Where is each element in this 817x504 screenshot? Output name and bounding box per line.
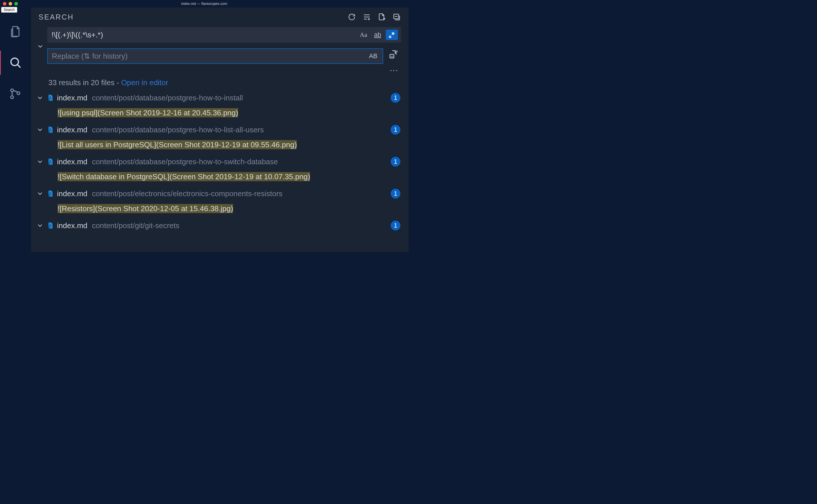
open-in-editor-link[interactable]: Open in editor	[121, 78, 168, 87]
chevron-down-icon	[36, 190, 44, 197]
result-filepath: content/post/git/git-secrets	[92, 221, 388, 230]
replace-all-icon: ac ab	[388, 49, 398, 59]
file-plus-icon	[377, 13, 386, 21]
window-close-button[interactable]	[3, 2, 6, 5]
svg-point-0	[11, 58, 18, 66]
result-count-badge: 1	[390, 125, 400, 135]
result-file-group: index.mdcontent/post/database/postgres-h…	[36, 122, 408, 153]
match-highlight: ![Resistors](Screen Shot 2020-12-05 at 1…	[58, 204, 233, 213]
result-count-badge: 1	[390, 221, 400, 230]
activity-source-control[interactable]	[0, 78, 31, 109]
result-count-badge: 1	[390, 93, 400, 103]
search-tooltip: Search	[1, 7, 17, 13]
result-filename: index.md	[57, 125, 87, 134]
result-file-header[interactable]: index.mdcontent/post/database/postgres-h…	[36, 122, 408, 138]
preserve-case-toggle[interactable]: AB	[367, 51, 380, 61]
match-highlight: ![Switch database in PostgreSQL](Screen …	[58, 172, 310, 181]
result-match-line[interactable]: ![List all users in PostgreSQL](Screen S…	[36, 138, 408, 153]
result-filename: index.md	[57, 221, 87, 230]
collapse-icon	[392, 13, 401, 21]
result-file-header[interactable]: index.mdcontent/post/git/git-secrets1	[36, 218, 408, 233]
result-file-group: index.mdcontent/post/git/git-secrets1	[36, 218, 408, 233]
match-highlight: ![using psql](Screen Shot 2019-12-16 at …	[58, 108, 238, 117]
markdown-file-icon	[47, 221, 54, 230]
markdown-file-icon	[47, 125, 54, 134]
activity-bar	[0, 7, 31, 252]
source-control-icon	[9, 87, 22, 101]
chevron-down-icon	[36, 158, 44, 165]
chevron-down-icon	[36, 94, 44, 102]
search-input[interactable]	[52, 30, 357, 39]
whole-word-toggle[interactable]: ab	[372, 30, 383, 40]
regex-toggle[interactable]	[386, 30, 398, 40]
result-count-badge: 1	[390, 157, 400, 167]
result-file-header[interactable]: index.mdcontent/post/database/postgres-h…	[36, 90, 408, 106]
clear-results-button[interactable]	[362, 13, 371, 21]
results-list: index.mdcontent/post/database/postgres-h…	[31, 90, 408, 234]
activity-search[interactable]	[0, 47, 31, 78]
new-search-editor-button[interactable]	[377, 13, 386, 21]
refresh-icon	[347, 13, 356, 21]
files-icon	[9, 25, 22, 39]
result-file-group: index.mdcontent/post/database/postgres-h…	[36, 90, 408, 121]
match-highlight: ![List all users in PostgreSQL](Screen S…	[58, 140, 297, 149]
match-case-toggle[interactable]: Aa	[357, 30, 369, 40]
replace-input[interactable]	[52, 52, 367, 61]
result-match-line[interactable]: ![Switch database in PostgreSQL](Screen …	[36, 169, 408, 185]
replace-input-row: AB	[47, 48, 383, 64]
titlebar: index.md — flaviocopes.com Search	[0, 0, 408, 7]
markdown-file-icon	[47, 157, 54, 166]
result-filepath: content/post/database/postgres-how-to-li…	[92, 125, 388, 134]
result-filepath: content/post/database/postgres-how-to-sw…	[92, 157, 388, 166]
toggle-replace-button[interactable]	[37, 43, 44, 51]
svg-rect-17	[389, 36, 390, 37]
markdown-file-icon	[47, 93, 54, 102]
result-filename: index.md	[57, 93, 87, 102]
refresh-button[interactable]	[347, 13, 356, 21]
result-file-group: index.mdcontent/post/database/postgres-h…	[36, 154, 408, 185]
regex-icon	[388, 31, 395, 39]
results-summary: 33 results in 20 files - Open in editor	[31, 76, 408, 90]
result-file-header[interactable]: index.mdcontent/post/database/postgres-h…	[36, 154, 408, 169]
svg-text:ab: ab	[395, 50, 398, 53]
replace-all-button[interactable]: ac ab	[388, 49, 398, 60]
chevron-down-icon	[36, 222, 44, 229]
search-panel: SEARCH	[31, 7, 408, 252]
result-file-group: index.mdcontent/post/electronics/electro…	[36, 186, 408, 217]
result-filepath: content/post/database/postgres-how-to-in…	[92, 93, 388, 102]
search-input-row: Aa ab	[47, 27, 401, 43]
svg-point-2	[11, 89, 14, 92]
svg-point-3	[11, 96, 14, 99]
more-options-button[interactable]: ···	[388, 66, 398, 75]
result-match-line[interactable]: ![using psql](Screen Shot 2019-12-16 at …	[36, 106, 408, 121]
svg-text:ac: ac	[390, 55, 394, 58]
chevron-down-icon	[37, 43, 44, 50]
window-title: index.md — flaviocopes.com	[181, 2, 227, 6]
svg-point-4	[17, 92, 20, 95]
result-count-badge: 1	[390, 189, 400, 198]
collapse-all-button[interactable]	[392, 13, 401, 21]
markdown-file-icon	[47, 189, 54, 198]
result-filename: index.md	[57, 157, 87, 166]
result-filepath: content/post/electronics/electronics-com…	[92, 189, 388, 198]
panel-title: SEARCH	[39, 13, 74, 21]
result-filename: index.md	[57, 189, 87, 198]
window-zoom-button[interactable]	[14, 2, 18, 5]
result-match-line[interactable]: ![Resistors](Screen Shot 2020-12-05 at 1…	[36, 201, 408, 217]
window-minimize-button[interactable]	[9, 2, 12, 5]
clear-icon	[362, 13, 371, 21]
activity-explorer[interactable]	[0, 16, 31, 47]
chevron-down-icon	[36, 126, 44, 133]
result-file-header[interactable]: index.mdcontent/post/electronics/electro…	[36, 186, 408, 201]
search-icon	[9, 56, 22, 70]
svg-line-1	[17, 64, 20, 68]
